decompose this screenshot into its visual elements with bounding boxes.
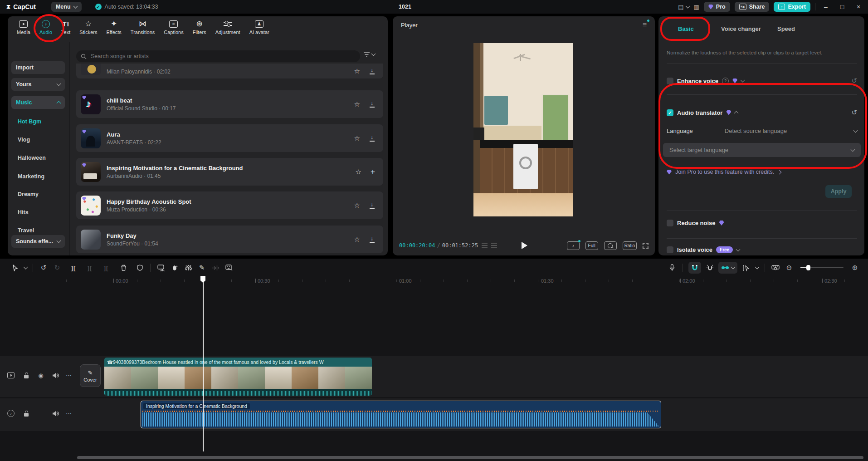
- sticker-overlay-icon[interactable]: [222, 262, 236, 274]
- redo-icon[interactable]: ↻: [50, 262, 64, 274]
- sidebar-item-sound-effects[interactable]: Sounds effe...: [11, 235, 65, 248]
- category-vlog[interactable]: Vlog: [18, 137, 30, 143]
- apply-button[interactable]: Apply: [825, 185, 852, 198]
- tab-aiavatar[interactable]: ♟AI avatar: [245, 17, 274, 38]
- zoom-slider-knob[interactable]: [806, 265, 810, 270]
- select-mode-chevron[interactable]: [753, 262, 761, 274]
- record-voiceover-icon[interactable]: [665, 262, 679, 274]
- tab-transitions[interactable]: ⋈Transitions: [126, 17, 159, 38]
- song-row[interactable]: chill beatOfficial Sound Studio · 00:17☆: [76, 90, 383, 118]
- favorite-star-icon[interactable]: ☆: [354, 67, 360, 75]
- tab-basic[interactable]: Basic: [678, 25, 694, 32]
- sidebar-item-yours[interactable]: Yours: [11, 78, 65, 91]
- panel-layout-icon[interactable]: ▥: [694, 4, 699, 10]
- track-more-options-icon[interactable]: ⋯: [64, 371, 73, 380]
- delete-left-icon[interactable]: ][: [83, 262, 97, 274]
- export-button[interactable]: ↑ Export: [774, 2, 810, 12]
- toggle-visibility-icon[interactable]: ◉: [36, 371, 45, 380]
- delete-right-icon[interactable]: ][: [99, 262, 113, 274]
- song-row[interactable]: Inspiring Motivation for a Cinematic Bac…: [76, 158, 383, 186]
- category-hits[interactable]: Hits: [18, 209, 29, 216]
- select-adjacent-icon[interactable]: [739, 262, 753, 274]
- mute-track-icon[interactable]: [51, 409, 60, 418]
- search-input[interactable]: [90, 53, 356, 60]
- tiktok-preview-button[interactable]: ♪: [567, 241, 580, 250]
- sidebar-item-music[interactable]: Music: [11, 96, 65, 109]
- download-icon[interactable]: [369, 202, 375, 209]
- tab-adjustment[interactable]: Adjustment: [211, 17, 245, 38]
- download-icon[interactable]: [369, 101, 375, 108]
- preview-quality-icon[interactable]: [482, 243, 488, 248]
- auto-split-toggle[interactable]: [703, 262, 717, 274]
- category-halloween[interactable]: Halloween: [18, 155, 46, 161]
- download-icon[interactable]: [369, 68, 375, 74]
- favorite-star-icon[interactable]: ☆: [356, 168, 361, 176]
- full-preview-button[interactable]: Full: [585, 241, 598, 250]
- magic-edit-icon[interactable]: ✎: [195, 262, 209, 274]
- select-cursor-icon[interactable]: [8, 262, 22, 274]
- reset-icon[interactable]: ↺: [851, 108, 857, 117]
- tab-voice-changer[interactable]: Voice changer: [721, 25, 761, 32]
- minimize-button[interactable]: –: [820, 3, 832, 10]
- undo-icon[interactable]: ↺: [37, 262, 50, 274]
- player-menu-icon[interactable]: ≡: [643, 21, 647, 29]
- tab-effects[interactable]: ✦Effects: [102, 17, 126, 38]
- close-button[interactable]: ×: [853, 3, 864, 10]
- preview-zoom-button[interactable]: [604, 241, 617, 250]
- split-icon[interactable]: ][: [67, 262, 80, 274]
- mute-track-icon[interactable]: [51, 371, 60, 380]
- preview-list-icon[interactable]: [491, 243, 497, 248]
- mask-icon[interactable]: [133, 262, 146, 274]
- source-language-value[interactable]: Detect source language: [725, 128, 787, 134]
- audio-clip[interactable]: Inspiring Motivation for a Cinematic Bac…: [141, 401, 661, 428]
- favorite-star-icon[interactable]: ☆: [354, 134, 360, 142]
- enhance-voice-checkbox[interactable]: [667, 78, 673, 84]
- isolate-voice-checkbox[interactable]: [667, 246, 673, 253]
- song-row[interactable]: Funky DaySoundForYou · 01:54☆: [76, 226, 383, 253]
- cursor-mode-chevron[interactable]: [22, 262, 29, 274]
- song-row[interactable]: Milan Paloyannidis · 02:02☆: [76, 64, 383, 78]
- lock-track-icon[interactable]: [22, 371, 31, 380]
- fullscreen-icon[interactable]: [643, 243, 649, 249]
- favorite-star-icon[interactable]: ☆: [354, 235, 360, 244]
- add-to-timeline-icon[interactable]: +: [371, 167, 375, 177]
- smart-color-icon[interactable]: [168, 262, 181, 274]
- video-preview[interactable]: [473, 43, 573, 216]
- pro-button[interactable]: Pro: [704, 2, 730, 12]
- help-icon[interactable]: ?: [722, 78, 729, 84]
- share-button[interactable]: ↪ Share: [735, 2, 770, 12]
- song-row[interactable]: AuraAVANT-BEATS · 02:22☆: [76, 124, 383, 152]
- horizontal-scrollbar[interactable]: [77, 456, 863, 459]
- cover-button[interactable]: ✎ Cover: [80, 364, 101, 387]
- chevron-down-icon[interactable]: [736, 247, 741, 251]
- category-travel[interactable]: Travel: [18, 227, 34, 234]
- sidebar-item-import[interactable]: Import: [11, 61, 65, 74]
- smart-crop-icon[interactable]: [154, 262, 168, 274]
- reset-icon[interactable]: ↺: [851, 77, 857, 85]
- audio-waveform-icon[interactable]: [209, 262, 222, 274]
- chevron-down-icon[interactable]: [741, 78, 745, 83]
- tab-audio[interactable]: ♪Audio: [35, 17, 57, 38]
- track-more-options-icon[interactable]: ⋯: [64, 409, 73, 418]
- play-button[interactable]: [522, 242, 527, 249]
- filter-icon[interactable]: [363, 52, 375, 57]
- delete-icon[interactable]: [117, 262, 130, 274]
- timeline-ruler[interactable]: [66, 280, 868, 282]
- tab-filters[interactable]: ⊛Filters: [188, 17, 211, 38]
- link-clips-toggle[interactable]: [718, 262, 737, 274]
- ratio-button[interactable]: Ratio: [623, 241, 637, 250]
- download-icon[interactable]: [369, 135, 375, 142]
- category-dreamy[interactable]: Dreamy: [18, 191, 39, 197]
- target-language-select[interactable]: Select target language: [663, 143, 861, 157]
- adjustment-sliders-icon[interactable]: [181, 262, 195, 274]
- maximize-button[interactable]: □: [836, 3, 848, 10]
- download-icon[interactable]: [369, 236, 375, 243]
- timeline-preview-icon[interactable]: [769, 262, 782, 274]
- menu-button[interactable]: Menu: [51, 2, 82, 12]
- magnetic-snap-toggle[interactable]: [688, 262, 701, 274]
- tab-speed[interactable]: Speed: [777, 25, 795, 32]
- tab-media[interactable]: Media: [12, 17, 35, 38]
- reduce-noise-checkbox[interactable]: [667, 220, 673, 226]
- tab-captions[interactable]: ≡Captions: [159, 17, 188, 38]
- audio-translator-checkbox[interactable]: ✓: [667, 109, 673, 116]
